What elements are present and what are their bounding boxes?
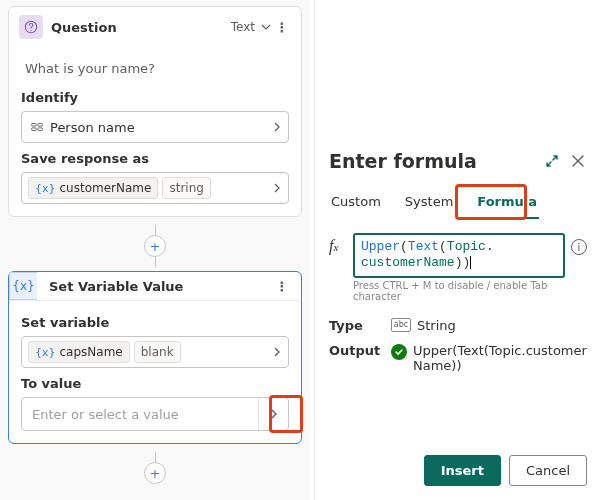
- variable-state-chip: blank: [134, 341, 181, 363]
- output-row: Output Upper(Text(Topic.customerName)): [329, 343, 587, 373]
- variable-chip-capsName[interactable]: {x} capsName: [28, 341, 130, 363]
- svg-point-1: [30, 30, 31, 31]
- add-node-button[interactable]: +: [144, 235, 166, 257]
- close-icon[interactable]: [569, 152, 587, 170]
- set-variable-field[interactable]: {x} capsName blank: [21, 336, 289, 368]
- connector: +: [8, 225, 302, 267]
- chevron-right-icon: [272, 122, 282, 132]
- type-value: String: [417, 318, 456, 333]
- save-as-label: Save response as: [21, 151, 289, 166]
- variable-name: capsName: [60, 345, 123, 359]
- entity-icon: [28, 118, 46, 136]
- question-card-title: Question: [51, 20, 227, 35]
- formula-editor[interactable]: Upper(Text(Topic. customerName)): [353, 233, 565, 278]
- variable-icon: {x}: [35, 346, 56, 359]
- add-node-button[interactable]: +: [144, 462, 166, 484]
- tab-bar: Custom System Formula: [329, 190, 587, 219]
- identify-field[interactable]: Person name: [21, 111, 289, 143]
- setvar-card-title: Set Variable Value: [49, 279, 273, 294]
- question-node-card: Question Text ⋮ What is your name? Ident…: [8, 6, 302, 217]
- output-label: Output: [329, 343, 379, 358]
- type-label: Type: [329, 318, 379, 333]
- svg-rect-4: [32, 128, 36, 131]
- fx-label-icon: fx: [329, 233, 347, 255]
- identify-value: Person name: [50, 120, 268, 135]
- check-icon: [391, 344, 407, 360]
- output-value: Upper(Text(Topic.customerName)): [413, 343, 587, 373]
- identify-label: Identify: [21, 90, 289, 105]
- cancel-button[interactable]: Cancel: [509, 455, 587, 486]
- chevron-down-icon[interactable]: [261, 22, 271, 32]
- variable-name: customerName: [60, 181, 152, 195]
- setvar-card-header: {x} Set Variable Value ⋮: [9, 272, 301, 300]
- formula-panel: Enter formula Custom System Formula fx U…: [314, 0, 601, 500]
- info-icon[interactable]: i: [571, 239, 587, 255]
- open-value-picker-button[interactable]: [258, 398, 288, 430]
- set-variable-node-card: {x} Set Variable Value ⋮ Set variable {x…: [8, 271, 302, 444]
- to-value-label: To value: [21, 376, 289, 391]
- panel-title: Enter formula: [329, 150, 477, 172]
- chevron-right-icon: [272, 347, 282, 357]
- svg-rect-3: [38, 124, 42, 127]
- tab-system[interactable]: System: [403, 190, 455, 219]
- tab-formula[interactable]: Formula: [475, 190, 539, 219]
- tab-custom[interactable]: Custom: [329, 190, 383, 219]
- variable-chip-customerName[interactable]: {x} customerName: [28, 177, 158, 199]
- svg-rect-2: [32, 124, 36, 127]
- type-row: Type abc String: [329, 318, 587, 333]
- chevron-right-icon: [272, 183, 282, 193]
- expand-icon[interactable]: [543, 152, 561, 170]
- variable-type-chip: string: [162, 177, 210, 199]
- question-type-selector[interactable]: Text: [227, 18, 259, 36]
- editor-hint: Press CTRL + M to disable / enable Tab c…: [353, 280, 587, 302]
- to-value-placeholder: Enter or select a value: [32, 407, 258, 422]
- variable-node-icon: {x}: [9, 272, 37, 300]
- string-type-icon: abc: [391, 318, 411, 332]
- more-menu-icon[interactable]: ⋮: [273, 279, 291, 294]
- connector: +: [8, 452, 302, 484]
- more-menu-icon[interactable]: ⋮: [273, 20, 291, 35]
- question-card-header: Question Text ⋮: [9, 7, 301, 47]
- to-value-input[interactable]: Enter or select a value: [21, 397, 289, 431]
- question-prompt-text[interactable]: What is your name?: [25, 61, 285, 76]
- question-icon: [19, 15, 43, 39]
- insert-button[interactable]: Insert: [424, 455, 501, 486]
- set-variable-label: Set variable: [21, 315, 289, 330]
- svg-rect-5: [38, 128, 42, 131]
- variable-icon: {x}: [35, 182, 56, 195]
- save-as-field[interactable]: {x} customerName string: [21, 172, 289, 204]
